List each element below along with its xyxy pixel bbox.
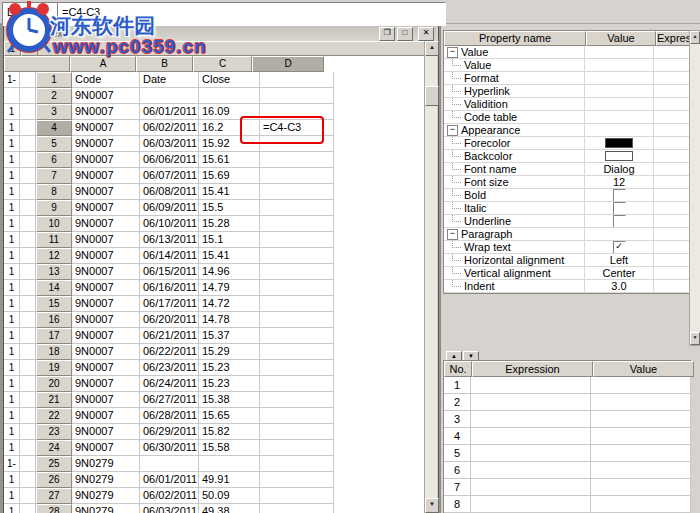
- cell-b20[interactable]: 06/24/2011: [140, 376, 199, 392]
- property-name-hyperlink[interactable]: Hyperlink: [444, 85, 585, 98]
- cell-a10[interactable]: 9N0007: [72, 216, 140, 232]
- cell-b8[interactable]: 06/08/2011: [140, 184, 199, 200]
- cell-a24[interactable]: 9N0007: [72, 440, 140, 456]
- maximize-icon[interactable]: □: [397, 27, 413, 41]
- tree-collapse-icon[interactable]: −: [447, 125, 458, 136]
- cell-b25[interactable]: [140, 456, 199, 472]
- outline-cell[interactable]: 1: [4, 136, 20, 152]
- property-name-indent[interactable]: Indent: [444, 280, 585, 293]
- outline-cell[interactable]: [20, 312, 36, 328]
- row-header-15[interactable]: 15: [36, 296, 72, 312]
- row-header-16[interactable]: 16: [36, 312, 72, 328]
- outline-cell[interactable]: [20, 376, 36, 392]
- cell-b4[interactable]: 06/02/2011: [140, 120, 199, 136]
- cell-d8[interactable]: [260, 184, 334, 200]
- cell-d9[interactable]: [260, 200, 334, 216]
- property-name-horizontal-alignment[interactable]: Horizontal alignment: [444, 254, 585, 267]
- cell-a20[interactable]: 9N0007: [72, 376, 140, 392]
- property-name-font-name[interactable]: Font name: [444, 163, 585, 176]
- cell-a19[interactable]: 9N0007: [72, 360, 140, 376]
- property-value-validition[interactable]: [585, 98, 654, 111]
- cell-a3[interactable]: 9N0007: [72, 104, 140, 120]
- cell-d7[interactable]: [260, 168, 334, 184]
- outline-cell[interactable]: 1: [4, 312, 20, 328]
- outline-cell[interactable]: 1-: [4, 72, 20, 88]
- cell-b27[interactable]: 06/02/2011: [140, 488, 199, 504]
- cell-a12[interactable]: 9N0007: [72, 248, 140, 264]
- cell-c17[interactable]: 15.37: [199, 328, 260, 344]
- checkbox-icon[interactable]: [613, 202, 626, 215]
- outline-cell[interactable]: [20, 248, 36, 264]
- cell-c15[interactable]: 14.72: [199, 296, 260, 312]
- outline-cell[interactable]: [20, 408, 36, 424]
- cell-a16[interactable]: 9N0007: [72, 312, 140, 328]
- expr-value-cell[interactable]: [591, 479, 691, 496]
- expr-expression-cell[interactable]: [471, 394, 591, 411]
- cell-c28[interactable]: 49.38: [199, 504, 260, 513]
- scroll-up-icon[interactable]: ▲: [425, 41, 439, 56]
- outline-cell[interactable]: [20, 152, 36, 168]
- cell-c23[interactable]: 15.82: [199, 424, 260, 440]
- row-header-3[interactable]: 3: [36, 104, 72, 120]
- cell-a15[interactable]: 9N0007: [72, 296, 140, 312]
- row-header-28[interactable]: 28: [36, 504, 72, 513]
- outline-cell[interactable]: 1: [4, 104, 20, 120]
- scroll-thumb[interactable]: [425, 86, 439, 106]
- row-header-11[interactable]: 11: [36, 232, 72, 248]
- expr-expression-cell[interactable]: [471, 462, 591, 479]
- property-expression-forecolor[interactable]: [654, 137, 691, 150]
- cell-d1[interactable]: [260, 72, 334, 88]
- outline-cell[interactable]: [20, 280, 36, 296]
- row-header-26[interactable]: 26: [36, 472, 72, 488]
- cell-d18[interactable]: [260, 344, 334, 360]
- cell-d14[interactable]: [260, 280, 334, 296]
- property-name-backcolor[interactable]: Backcolor: [444, 150, 585, 163]
- outline-level-header[interactable]: 2: [21, 41, 38, 56]
- cell-c11[interactable]: 15.1: [199, 232, 260, 248]
- cell-a7[interactable]: 9N0007: [72, 168, 140, 184]
- cell-b7[interactable]: 06/07/2011: [140, 168, 199, 184]
- cell-b10[interactable]: 06/10/2011: [140, 216, 199, 232]
- color-swatch[interactable]: [605, 151, 633, 161]
- cell-d17[interactable]: [260, 328, 334, 344]
- cell-c18[interactable]: 15.29: [199, 344, 260, 360]
- cell-a13[interactable]: 9N0007: [72, 264, 140, 280]
- outline-cell[interactable]: [20, 488, 36, 504]
- property-name-paragraph[interactable]: −Paragraph: [444, 228, 585, 241]
- property-expression-value[interactable]: [654, 59, 691, 72]
- expr-expression-cell[interactable]: [471, 445, 591, 462]
- scroll-down-icon[interactable]: ▼: [690, 332, 700, 345]
- cell-c25[interactable]: [199, 456, 260, 472]
- outline-cell[interactable]: [20, 360, 36, 376]
- property-expression-vertical-alignment[interactable]: [654, 267, 691, 280]
- outline-cell[interactable]: 1: [4, 120, 20, 136]
- cell-b15[interactable]: 06/17/2011: [140, 296, 199, 312]
- cell-b17[interactable]: 06/21/2011: [140, 328, 199, 344]
- outline-cell[interactable]: 1: [4, 472, 20, 488]
- outline-cell[interactable]: [20, 440, 36, 456]
- cell-a9[interactable]: 9N0007: [72, 200, 140, 216]
- property-name-value[interactable]: Value: [444, 59, 585, 72]
- property-expression-italic[interactable]: [654, 202, 691, 215]
- cell-c6[interactable]: 15.61: [199, 152, 260, 168]
- row-header-8[interactable]: 8: [36, 184, 72, 200]
- outline-cell[interactable]: [20, 296, 36, 312]
- property-value-wrap-text[interactable]: ✓: [585, 241, 654, 254]
- property-name-bold[interactable]: Bold: [444, 189, 585, 202]
- cell-b16[interactable]: 06/20/2011: [140, 312, 199, 328]
- select-all-corner[interactable]: [4, 56, 70, 72]
- row-header-24[interactable]: 24: [36, 440, 72, 456]
- cell-b6[interactable]: 06/06/2011: [140, 152, 199, 168]
- property-expression-horizontal-alignment[interactable]: [654, 254, 691, 267]
- property-value-indent[interactable]: 3.0: [585, 280, 654, 293]
- cell-c9[interactable]: 15.5: [199, 200, 260, 216]
- outline-cell[interactable]: [20, 264, 36, 280]
- expr-expression-cell[interactable]: [471, 428, 591, 445]
- property-value-forecolor[interactable]: [585, 137, 654, 150]
- outline-cell[interactable]: 1: [4, 392, 20, 408]
- cell-c10[interactable]: 15.28: [199, 216, 260, 232]
- outline-cell[interactable]: 1: [4, 424, 20, 440]
- cell-b24[interactable]: 06/30/2011: [140, 440, 199, 456]
- property-expression-backcolor[interactable]: [654, 150, 691, 163]
- cell-d24[interactable]: [260, 440, 334, 456]
